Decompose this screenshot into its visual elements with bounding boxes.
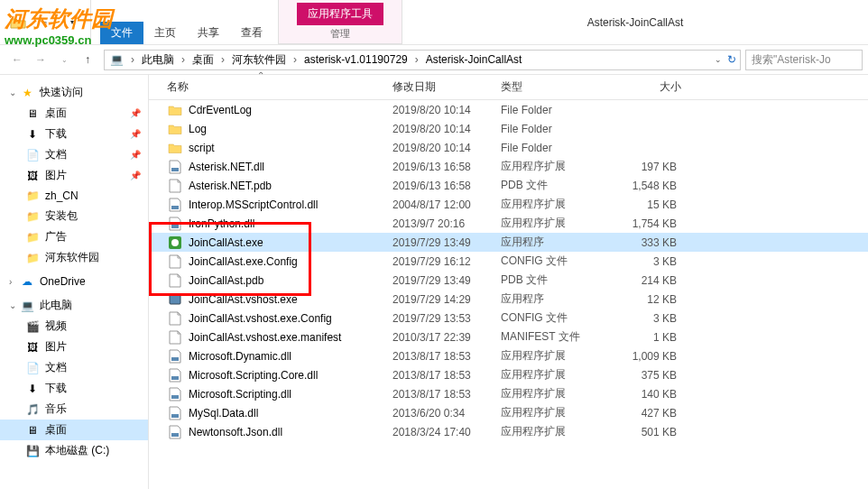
file-date: 2010/3/17 22:39 (392, 331, 501, 344)
file-row[interactable]: CdrEventLog2019/8/20 10:14File Folder (149, 100, 868, 119)
dropdown-icon[interactable]: ▾ (61, 12, 83, 33)
sidebar-item-下载[interactable]: ⬇下载 (0, 378, 148, 399)
breadcrumb[interactable]: 💻 › 此电脑 › 桌面 › 河东软件园 › asterisk-v1.01190… (104, 50, 741, 70)
bc-item[interactable]: asterisk-v1.01190729 (299, 51, 413, 69)
file-row[interactable]: JoinCallAst.exe2019/7/29 13:49应用程序333 KB (149, 233, 868, 252)
svg-rect-6 (171, 357, 179, 361)
sidebar-item-文档[interactable]: 📄文档 (0, 357, 148, 378)
file-name: Log (189, 123, 392, 135)
bc-item[interactable]: 河东软件园 (226, 51, 291, 69)
sidebar-thispc[interactable]: ⌄ 💻 此电脑 (0, 295, 148, 316)
dll-icon (167, 217, 183, 231)
svg-rect-10 (171, 433, 179, 437)
file-row[interactable]: Microsoft.Dynamic.dll2013/8/17 18:53应用程序… (149, 346, 868, 365)
file-row[interactable]: Microsoft.Scripting.dll2013/8/17 18:53应用… (149, 384, 868, 403)
sidebar-item-图片[interactable]: 🖼图片📌 (0, 165, 148, 186)
refresh-icon[interactable]: ↻ (727, 53, 736, 66)
search-input[interactable]: 搜索"Asterisk-Jo (745, 50, 863, 70)
dll-icon (167, 406, 183, 420)
svg-rect-0 (171, 168, 179, 171)
file-row[interactable]: JoinCallAst.vshost.exe.Config2019/7/29 1… (149, 309, 868, 328)
tab-tools[interactable]: 应用程序工具 (297, 3, 383, 25)
up-button[interactable]: ↑ (76, 48, 99, 71)
bc-item[interactable]: 此电脑 (136, 51, 180, 69)
col-name[interactable]: 名称⌃ (167, 79, 392, 95)
file-row[interactable]: Interop.MSScriptControl.dll2004/8/17 12:… (149, 195, 868, 214)
sidebar-item-下载[interactable]: ⬇下载📌 (0, 124, 148, 144)
back-button[interactable]: ← (5, 48, 29, 71)
sidebar-item-音乐[interactable]: 🎵音乐 (0, 399, 148, 420)
disk-icon: 💾 (25, 444, 40, 458)
file-type: CONFIG 文件 (501, 310, 609, 326)
folder-icon (7, 12, 29, 33)
tab-home[interactable]: 主页 (143, 22, 187, 44)
file-row[interactable]: MySql.Data.dll2013/6/20 0:34应用程序扩展427 KB (149, 403, 868, 422)
col-type[interactable]: 类型 (501, 79, 609, 95)
file-date: 2013/8/17 18:53 (392, 369, 501, 382)
file-name: JoinCallAst.exe.Config (189, 255, 392, 268)
doc-icon: 📄 (25, 148, 40, 162)
tab-manage[interactable]: 管理 (330, 27, 350, 41)
select-icon[interactable]: ▫ (34, 12, 56, 33)
file-row[interactable]: Microsoft.Scripting.Core.dll2013/8/17 18… (149, 365, 868, 384)
file-name: MySql.Data.dll (189, 407, 392, 420)
pin-icon: 📌 (130, 150, 141, 160)
sidebar-item-视频[interactable]: 🎬视频 (0, 316, 148, 337)
file-row[interactable]: Newtonsoft.Json.dll2018/3/24 17:40应用程序扩展… (149, 422, 868, 441)
sort-asc-icon: ⌃ (257, 70, 264, 80)
file-row[interactable]: JoinCallAst.pdb2019/7/29 13:49PDB 文件214 … (149, 271, 868, 290)
file-row[interactable]: JoinCallAst.vshost.exe.manifest2010/3/17… (149, 328, 868, 346)
nav-bar: ← → ⌄ ↑ 💻 › 此电脑 › 桌面 › 河东软件园 › asterisk-… (0, 45, 868, 75)
dropdown-icon[interactable]: ⌄ (715, 55, 722, 64)
sidebar-item-本地磁盘 (C:)[interactable]: 💾本地磁盘 (C:) (0, 440, 148, 461)
file-row[interactable]: JoinCallAst.vshost.exe2019/7/29 14:29应用程… (149, 290, 868, 309)
sidebar-item-文档[interactable]: 📄文档📌 (0, 144, 148, 165)
file-icon (167, 254, 183, 269)
sidebar: ⌄ ★ 快速访问 🖥桌面📌⬇下载📌📄文档📌🖼图片📌📁zh_CN📁安装包📁广告📁河… (0, 75, 149, 489)
download-icon: ⬇ (25, 127, 40, 142)
sidebar-item-广告[interactable]: 📁广告 (0, 226, 148, 247)
sidebar-quick-access[interactable]: ⌄ ★ 快速访问 (0, 82, 148, 103)
file-size: 214 KB (609, 274, 677, 287)
sidebar-item-桌面[interactable]: 🖥桌面 (0, 420, 148, 440)
file-type: 应用程序扩展 (501, 424, 609, 439)
bc-item[interactable]: Asterisk-JoinCallAst (420, 51, 528, 69)
col-size[interactable]: 大小 (609, 79, 681, 95)
file-size: 501 KB (609, 426, 677, 438)
file-row[interactable]: JoinCallAst.exe.Config2019/7/29 16:12CON… (149, 252, 868, 271)
file-size: 375 KB (609, 369, 677, 382)
exe2-icon (167, 292, 183, 307)
file-date: 2019/6/13 16:58 (392, 161, 501, 173)
file-row[interactable]: Log2019/8/20 10:14File Folder (149, 119, 868, 138)
recent-dropdown[interactable]: ⌄ (52, 48, 76, 71)
dll-icon (167, 425, 183, 439)
star-icon: ★ (20, 86, 34, 100)
sidebar-item-图片[interactable]: 🖼图片 (0, 337, 148, 357)
file-row[interactable]: Asterisk.NET.dll2019/6/13 16:58应用程序扩展197… (149, 157, 868, 176)
file-type: 应用程序扩展 (501, 367, 609, 383)
file-date: 2013/6/20 0:34 (392, 407, 501, 420)
file-row[interactable]: Asterisk.NET.pdb2019/6/13 16:58PDB 文件1,5… (149, 176, 868, 195)
sidebar-item-安装包[interactable]: 📁安装包 (0, 206, 148, 226)
sidebar-onedrive[interactable]: › ☁ OneDrive (0, 272, 148, 291)
sidebar-item-桌面[interactable]: 🖥桌面📌 (0, 103, 148, 124)
tab-view[interactable]: 查看 (230, 22, 273, 44)
file-type: 应用程序扩展 (501, 216, 609, 231)
file-row[interactable]: script2019/8/20 10:14File Folder (149, 138, 868, 157)
sidebar-item-河东软件园[interactable]: 📁河东软件园 (0, 247, 148, 268)
exe-icon (167, 235, 183, 250)
titlebar: ▫ ▾ 文件 主页 共享 查看 应用程序工具 管理 Asterisk-JoinC… (0, 0, 868, 45)
file-date: 2013/8/17 18:53 (392, 350, 501, 363)
file-size: 15 KB (609, 198, 677, 211)
bc-pc-icon[interactable]: 💻 (105, 51, 129, 69)
tab-file[interactable]: 文件 (100, 22, 143, 44)
file-row[interactable]: IronPython.dll2013/9/7 20:16应用程序扩展1,754 … (149, 214, 868, 233)
file-icon (167, 179, 183, 193)
file-type: 应用程序扩展 (501, 197, 609, 212)
bc-item[interactable]: 桌面 (187, 51, 219, 69)
folder-icon (167, 141, 183, 155)
tab-share[interactable]: 共享 (187, 22, 230, 44)
sidebar-item-zh_CN[interactable]: 📁zh_CN (0, 186, 148, 206)
col-date[interactable]: 修改日期 (392, 79, 501, 95)
file-type: 应用程序 (501, 235, 609, 250)
